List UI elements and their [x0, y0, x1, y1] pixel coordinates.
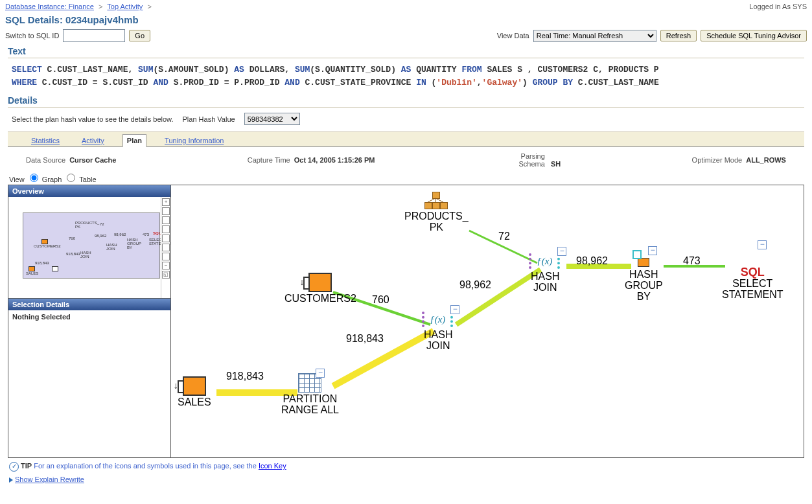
plan-hash-help: Select the plan hash value to see the de…: [12, 115, 174, 123]
collapse-icon[interactable]: −: [758, 240, 767, 249]
svg-line-7: [428, 198, 435, 202]
hash-join-icon: −: [533, 253, 557, 270]
sql-statement-icon: −: [739, 247, 765, 262]
breadcrumb-sep: >: [96, 3, 105, 10]
mini-customers2: CUSTOMERS2: [34, 244, 61, 248]
data-source-value: Cursor Cache: [69, 156, 116, 164]
viewdata-select[interactable]: Real Time: Manual Refresh: [533, 30, 656, 42]
mini-card: 918,843: [66, 252, 80, 256]
table-full-scan-icon: [308, 273, 332, 292]
sql-text: SELECT C.CUST_LAST_NAME, SUM(S.AMOUNT_SO…: [0, 61, 812, 91]
breadcrumb-sep: >: [145, 3, 154, 10]
capture-time-label: Capture Time: [248, 156, 290, 164]
table-full-scan-icon: [183, 376, 206, 396]
collapse-icon[interactable]: −: [557, 247, 566, 256]
zoom-in-icon[interactable]: +: [162, 198, 170, 206]
data-source-label: Data Source: [26, 156, 65, 164]
hash-join-icon: −: [426, 312, 450, 328]
icon-key-link[interactable]: Icon Key: [259, 462, 286, 470]
plan-graph-frame: Overview SALES 918,843 918,843 CUSTOMERS…: [8, 185, 804, 458]
node-partition-range-all[interactable]: − PARTITION RANGE ALL: [281, 373, 339, 416]
zoom-tick-icon[interactable]: [162, 244, 170, 251]
mini-hashjoin: HASH JOIN: [80, 251, 91, 258]
collapse-icon[interactable]: −: [450, 305, 459, 314]
mini-sales-icon: [29, 266, 35, 271]
plan-hash-select[interactable]: 598348382: [244, 113, 300, 125]
switch-sqlid-input[interactable]: [63, 29, 125, 42]
mini-partition-icon: [52, 266, 58, 271]
cardinality-label: 760: [372, 294, 389, 306]
node-hash-join-2[interactable]: − HASH JOIN: [531, 253, 559, 293]
viewdata-label: View Data: [497, 32, 529, 40]
overview-minimap[interactable]: SALES 918,843 918,843 CUSTOMERS2 760 HAS…: [8, 197, 170, 299]
collapse-icon[interactable]: −: [316, 369, 325, 378]
page-title: SQL Details: 0234upajv4hmb: [5, 14, 807, 25]
zoom-tick-icon[interactable]: [162, 225, 170, 233]
tab-activity[interactable]: Activity: [78, 135, 108, 146]
partition-icon: −: [298, 373, 321, 393]
optimizer-mode-value: ALL_ROWS: [746, 156, 786, 164]
zoom-out-icon[interactable]: −: [162, 262, 170, 269]
section-details-header: Details: [8, 95, 804, 108]
mini-hashjoin: HASH JOIN: [106, 243, 117, 251]
selection-details-body: Nothing Selected: [8, 310, 170, 457]
tab-tuning-information[interactable]: Tuning Information: [161, 135, 227, 146]
mini-customers2-icon: [41, 239, 48, 244]
expand-triangle-icon[interactable]: [9, 477, 13, 483]
login-status: Logged in As SYS: [749, 3, 807, 10]
mini-card: 473: [143, 233, 149, 236]
section-text-header: Text: [8, 46, 804, 58]
zoom-tick-icon[interactable]: [162, 216, 170, 224]
cardinality-label: 72: [498, 231, 510, 242]
cardinality-label: 918,843: [346, 333, 384, 345]
node-hash-group-by[interactable]: − HASH GROUP BY: [625, 250, 663, 302]
show-explain-rewrite-link[interactable]: Show Explain Rewrite: [15, 475, 84, 483]
cardinality-label: 918,843: [226, 371, 264, 382]
schedule-tuning-button[interactable]: Schedule SQL Tuning Advisor: [701, 30, 807, 41]
mini-card: 98,962: [114, 233, 126, 236]
tip-check-icon: ✓: [9, 462, 19, 472]
parsing-schema-label: Parsing Schema: [506, 152, 545, 168]
minimap-toolbar: + − ◱: [161, 197, 170, 298]
collapse-icon[interactable]: −: [648, 246, 657, 255]
switch-sqlid-label: Switch to SQL ID: [5, 32, 59, 40]
refresh-button[interactable]: Refresh: [660, 30, 697, 41]
mini-hashgroup: HASH GROUP BY: [127, 238, 141, 249]
node-hash-join-1[interactable]: − HASH JOIN: [424, 312, 452, 352]
mini-products-pk: PRODUCTS_ PK: [75, 221, 99, 229]
tip-label: TIP: [21, 462, 32, 470]
node-select-statement[interactable]: − SQL SELECT STATEMENT: [722, 247, 783, 300]
optimizer-mode-label: Optimizer Mode: [692, 156, 743, 164]
index-scan-icon: [423, 192, 449, 210]
cardinality-label: 98,962: [576, 255, 608, 267]
zoom-fit-icon[interactable]: ◱: [162, 271, 170, 279]
go-button[interactable]: Go: [129, 30, 150, 41]
selection-details-header: Selection Details: [8, 299, 170, 310]
mini-card: 918,843: [35, 261, 49, 265]
mini-sales: SALES: [26, 271, 38, 275]
view-graph-radio[interactable]: Graph: [27, 176, 62, 183]
plan-hash-label: Plan Hash Value: [183, 115, 235, 123]
cardinality-label: 473: [683, 255, 701, 267]
view-table-radio[interactable]: Table: [64, 176, 96, 183]
node-products-pk[interactable]: PRODUCTS_ PK: [404, 192, 469, 233]
parsing-schema-value: SH: [551, 160, 561, 168]
node-customers2[interactable]: CUSTOMERS2: [284, 273, 356, 304]
svg-line-9: [435, 198, 443, 202]
mini-card: 98,962: [95, 234, 106, 238]
zoom-tick-icon[interactable]: [162, 253, 170, 260]
zoom-tick-icon[interactable]: [162, 207, 170, 215]
tab-statistics[interactable]: Statistics: [27, 135, 64, 146]
tab-strip: Statistics Activity Plan Tuning Informat…: [8, 132, 804, 147]
plan-canvas[interactable]: SALES 918,843 − PARTITION RANGE ALL 918,…: [171, 185, 804, 457]
tab-plan[interactable]: Plan: [122, 134, 146, 147]
mini-card: 760: [69, 236, 75, 240]
breadcrumb-db[interactable]: Database Instance: Finance: [5, 3, 94, 10]
breadcrumb-top-activity[interactable]: Top Activity: [107, 3, 143, 10]
tip-text: For an explanation of the icons and symb…: [32, 462, 259, 470]
node-sales[interactable]: SALES: [178, 376, 211, 408]
capture-time-value: Oct 14, 2005 1:15:26 PM: [294, 156, 375, 164]
overview-header: Overview: [8, 185, 170, 197]
view-label: View: [9, 176, 25, 183]
zoom-tick-icon[interactable]: [162, 235, 170, 242]
